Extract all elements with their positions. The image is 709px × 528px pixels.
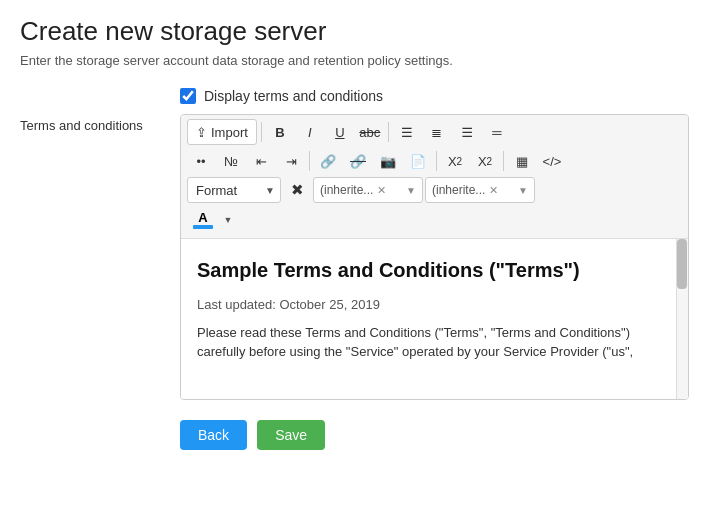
tag-2-arrow-icon[interactable]: ▼: [518, 185, 528, 196]
tag-input-2[interactable]: (inherite... ✕ ▼: [425, 177, 535, 203]
underline-button[interactable]: U: [326, 119, 354, 145]
toolbar-row-1: ⇪ Import B I U abc ☰ ≣ ☰ ═: [187, 119, 682, 145]
file-button[interactable]: 📄: [404, 148, 432, 174]
toolbar-row-4: A ▼: [187, 206, 682, 234]
align-center-button[interactable]: ≣: [423, 119, 451, 145]
toolbar-divider-3: [309, 151, 310, 171]
unlink-button[interactable]: 🔗: [344, 148, 372, 174]
page-title: Create new storage server: [20, 16, 689, 47]
toolbar-divider-1: [261, 122, 262, 142]
import-button[interactable]: ⇪ Import: [187, 119, 257, 145]
terms-checkbox-row: Display terms and conditions: [180, 88, 689, 104]
save-button[interactable]: Save: [257, 420, 325, 450]
clear-format-button[interactable]: ✖: [283, 177, 311, 203]
subscript-button[interactable]: X2: [441, 148, 469, 174]
toolbar-divider-2: [388, 122, 389, 142]
scrollbar-track[interactable]: [676, 239, 688, 399]
editor-wrapper: Sample Terms and Conditions ("Terms") La…: [181, 239, 688, 399]
code-button[interactable]: </>: [538, 148, 566, 174]
editor-container: ⇪ Import B I U abc ☰ ≣ ☰ ═ •• № ⇤ ⇥: [180, 114, 689, 400]
terms-checkbox-label[interactable]: Display terms and conditions: [204, 88, 383, 104]
editor-toolbar: ⇪ Import B I U abc ☰ ≣ ☰ ═ •• № ⇤ ⇥: [181, 115, 688, 239]
outdent-button[interactable]: ⇤: [247, 148, 275, 174]
import-label: Import: [211, 125, 248, 140]
font-color-bar: [193, 225, 213, 229]
terms-form-row: Terms and conditions ⇪ Import B I U abc …: [20, 114, 689, 400]
link-button[interactable]: 🔗: [314, 148, 342, 174]
page-subtitle: Enter the storage server account data st…: [20, 53, 689, 68]
strikethrough-button[interactable]: abc: [356, 119, 384, 145]
toolbar-row-2: •• № ⇤ ⇥ 🔗 🔗 📷 📄 X2 X2 ▦ </>: [187, 148, 682, 174]
align-left-button[interactable]: ☰: [393, 119, 421, 145]
tag-1-text: (inherite...: [320, 183, 373, 197]
bullet-list-button[interactable]: ••: [187, 148, 215, 174]
editor-heading: Sample Terms and Conditions ("Terms"): [197, 255, 672, 285]
italic-button[interactable]: I: [296, 119, 324, 145]
tag-input-1[interactable]: (inherite... ✕ ▼: [313, 177, 423, 203]
toolbar-row-3: Format Heading 1 Heading 2 Heading 3 Nor…: [187, 177, 682, 203]
format-select-wrapper: Format Heading 1 Heading 2 Heading 3 Nor…: [187, 177, 281, 203]
toolbar-divider-5: [503, 151, 504, 171]
tag-2-text: (inherite...: [432, 183, 485, 197]
back-button[interactable]: Back: [180, 420, 247, 450]
image-button[interactable]: 📷: [374, 148, 402, 174]
format-select[interactable]: Format Heading 1 Heading 2 Heading 3 Nor…: [187, 177, 281, 203]
bold-button[interactable]: B: [266, 119, 294, 145]
footer-buttons: Back Save: [180, 420, 689, 450]
import-icon: ⇪: [196, 125, 207, 140]
terms-label: Terms and conditions: [20, 114, 180, 133]
editor-last-updated: Last updated: October 25, 2019: [197, 295, 672, 315]
font-color-button[interactable]: A: [187, 206, 219, 234]
tag-2-close-icon[interactable]: ✕: [489, 184, 498, 197]
toolbar-divider-4: [436, 151, 437, 171]
superscript-button[interactable]: X2: [471, 148, 499, 174]
editor-content[interactable]: Sample Terms and Conditions ("Terms") La…: [181, 239, 688, 399]
font-color-letter: A: [198, 211, 207, 224]
font-color-chevron[interactable]: ▼: [221, 206, 235, 234]
scrollbar-thumb[interactable]: [677, 239, 687, 289]
numbered-list-button[interactable]: №: [217, 148, 245, 174]
indent-button[interactable]: ⇥: [277, 148, 305, 174]
tag-1-close-icon[interactable]: ✕: [377, 184, 386, 197]
align-right-button[interactable]: ☰: [453, 119, 481, 145]
editor-body: Please read these Terms and Conditions (…: [197, 323, 672, 362]
terms-checkbox[interactable]: [180, 88, 196, 104]
align-justify-button[interactable]: ═: [483, 119, 511, 145]
table-button[interactable]: ▦: [508, 148, 536, 174]
tag-1-arrow-icon[interactable]: ▼: [406, 185, 416, 196]
